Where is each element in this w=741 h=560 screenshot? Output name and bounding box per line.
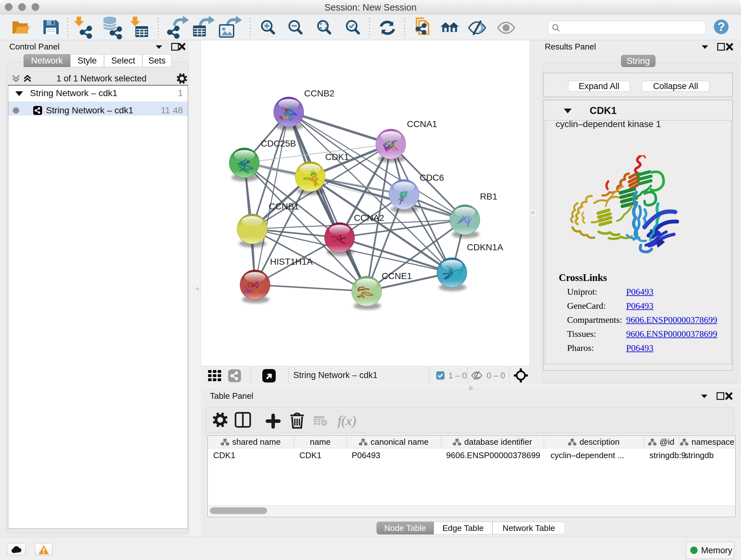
- svg-text:CCNA1: CCNA1: [407, 119, 437, 129]
- svg-text:CCNE1: CCNE1: [382, 271, 412, 281]
- svg-text:HIST1H1A: HIST1H1A: [270, 257, 313, 266]
- svg-text:CCNB1: CCNB1: [269, 201, 299, 211]
- svg-text:CDC6: CDC6: [420, 173, 444, 183]
- svg-text:?: ?: [718, 20, 725, 34]
- svg-text:CDC25B: CDC25B: [261, 138, 296, 148]
- svg-text:RB1: RB1: [480, 192, 497, 201]
- svg-text:CDK1: CDK1: [325, 152, 349, 162]
- svg-text:CDKN1A: CDKN1A: [467, 242, 503, 252]
- svg-text:CCNB2: CCNB2: [304, 88, 334, 98]
- svg-text:CCNA2: CCNA2: [354, 213, 384, 223]
- svg-text:f(x): f(x): [338, 414, 356, 428]
